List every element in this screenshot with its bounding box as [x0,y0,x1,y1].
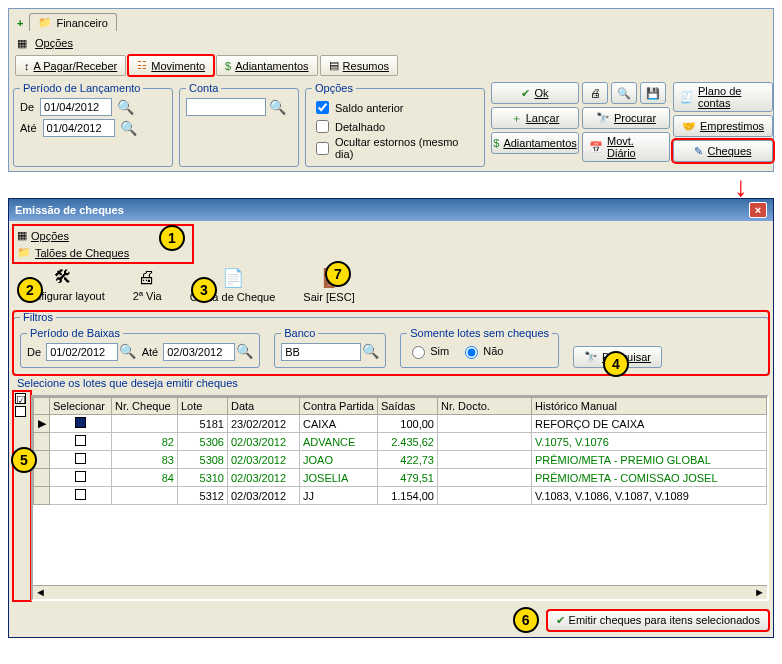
ok-button[interactable]: ✔Ok [491,82,579,104]
grid-title: Selecione os lotes que deseja emitir che… [13,375,769,391]
table-row[interactable]: 531202/03/2012JJ1.154,00V.1083, V.1086, … [34,487,767,505]
magnify-icon: 🔍 [617,87,631,100]
col-contra-partida[interactable]: Contra Partida [300,398,378,415]
radio-sim[interactable]: Sim [407,343,449,359]
baixa-de-input[interactable] [46,343,118,361]
options-icon: ▦ [17,229,27,242]
col-nr-docto[interactable]: Nr. Docto. [438,398,532,415]
col-lote[interactable]: Lote [178,398,228,415]
lotes-grid[interactable]: Selecionar Nr. Cheque Lote Data Contra P… [31,395,769,601]
dialog-title: Emissão de cheques [15,204,124,216]
de-label: De [20,101,34,113]
tab-financeiro[interactable]: 📁 Financeiro [29,13,116,31]
main-toolbar: ↕A Pagar/Receber ☷Movimento $Adiantament… [13,53,769,78]
plano-contas-button[interactable]: 🧾Plano de contas [673,82,773,112]
banco-input[interactable] [281,343,361,361]
folder-icon: 📁 [17,246,31,259]
close-button[interactable]: × [749,202,767,218]
doc-icon: ▤ [329,59,339,72]
lancar-button[interactable]: ＋Lançar [491,107,579,129]
emitir-cheques-button[interactable]: ✔ Emitir cheques para itens selecionados [547,610,769,631]
col-selecionar[interactable]: Selecionar [50,398,112,415]
col-saidas[interactable]: Saídas [378,398,438,415]
banco-group: Banco 🔍 [274,327,386,368]
table-row[interactable]: ▶518123/02/2012CAIXA100,00REFORÇO DE CAI… [34,415,767,433]
printer-icon: 🖨 [590,87,601,99]
emprestimos-button[interactable]: 🤝Emprestimos [673,115,773,137]
uncheck-all-icon[interactable] [15,406,26,417]
resumos-button[interactable]: ▤Resumos [320,55,398,76]
adiantamentos2-button[interactable]: $Adiantamentos [491,132,579,154]
annotation-1: 1 [159,225,185,251]
h-scrollbar[interactable]: ◄► [33,585,767,599]
row-checkbox[interactable] [75,435,86,446]
conta-input[interactable] [186,98,266,116]
segunda-via-button[interactable]: 🖨2ª Via [133,267,162,303]
row-checkbox[interactable] [75,471,86,482]
layout-icon: 🛠 [54,267,72,288]
tab-bar: + 📁 Financeiro [13,13,769,31]
row-checkbox[interactable] [75,489,86,500]
check-icon: ✔ [556,614,565,627]
disk-icon: 💾 [646,87,660,100]
lookup-icon[interactable]: 🔍 [362,343,379,359]
list-icon: ☷ [137,59,147,72]
chk-ocultar[interactable]: Ocultar estornos (mesmo dia) [312,136,478,160]
row-checkbox[interactable] [75,417,86,428]
date-picker-icon[interactable]: 🔍 [117,99,134,115]
periodo-lancamento-group: Período de Lançamento De 🔍 Até 🔍 [13,82,173,167]
chk-detalhado[interactable]: Detalhado [312,117,478,136]
opcoes-legend: Opções [312,82,356,94]
date-picker-icon[interactable]: 🔍 [120,120,137,136]
col-nr-cheque[interactable]: Nr. Cheque [112,398,178,415]
periodo-baixas-group: Período de Baixas De 🔍 Até 🔍 [20,327,260,368]
conta-group: Conta 🔍 [179,82,299,167]
cheques-button[interactable]: ✎Cheques [673,140,773,162]
filtros-legend: Filtros [20,311,56,323]
adiantamentos-button[interactable]: $Adiantamentos [216,55,318,76]
col-data[interactable]: Data [228,398,300,415]
filtros-group: Filtros Período de Baixas De 🔍 Até 🔍 Ban… [13,311,769,375]
tab-label: Financeiro [56,17,107,29]
titlebar: Emissão de cheques × [9,199,773,221]
check-all-icon[interactable]: ☑ [15,393,26,404]
date-picker-icon[interactable]: 🔍 [119,343,136,359]
periodo-legend: Período de Lançamento [20,82,143,94]
apagar-receber-button[interactable]: ↕A Pagar/Receber [15,55,126,76]
printer-icon: 🖨 [138,267,156,288]
save-button[interactable]: 💾 [640,82,666,104]
lookup-icon[interactable]: 🔍 [269,99,286,115]
folder-icon: 📁 [38,16,52,29]
table-row[interactable]: 84531002/03/2012JOSELIA479,51PRÊMIO/META… [34,469,767,487]
annotation-5: 5 [11,447,37,473]
date-ate-input[interactable] [43,119,115,137]
col-historico[interactable]: Histórico Manual [532,398,767,415]
money-icon: $ [225,60,231,72]
radio-nao[interactable]: Não [460,343,503,359]
date-de-input[interactable] [40,98,112,116]
print-button[interactable]: 🖨 [582,82,608,104]
movt-diario-button[interactable]: 📅Movt. Diário [582,132,670,162]
annotation-6: 6 [513,607,539,633]
date-picker-icon[interactable]: 🔍 [236,343,253,359]
movimento-button[interactable]: ☷Movimento [128,55,214,76]
lotes-sem-cheques-group: Somente lotes sem cheques Sim Não [400,327,559,368]
preview-button[interactable]: 🔍 [611,82,637,104]
tree-icon: 🧾 [680,91,694,104]
menu-opcoes[interactable]: Opções [31,35,77,51]
baixa-ate-input[interactable] [163,343,235,361]
table-row[interactable]: 82530602/03/2012ADVANCE2.435,62V.1075, V… [34,433,767,451]
annotation-4: 4 [603,351,629,377]
annotation-2: 2 [17,277,43,303]
chk-saldo[interactable]: Saldo anterior [312,98,478,117]
check-icon: ✔ [521,87,530,100]
menubar: ▦ Opções [13,33,769,53]
options-icon: ▦ [17,37,27,50]
add-tab-icon[interactable]: + [13,15,27,31]
arrow-annotation: ↓ [708,178,774,196]
procurar-button[interactable]: 🔭Procurar [582,107,670,129]
row-checkbox[interactable] [75,453,86,464]
plus-icon: ＋ [511,111,522,126]
table-row[interactable]: 83530802/03/2012JOAO422,73PRÊMIO/META - … [34,451,767,469]
select-all-column[interactable]: ☑ [13,391,31,601]
